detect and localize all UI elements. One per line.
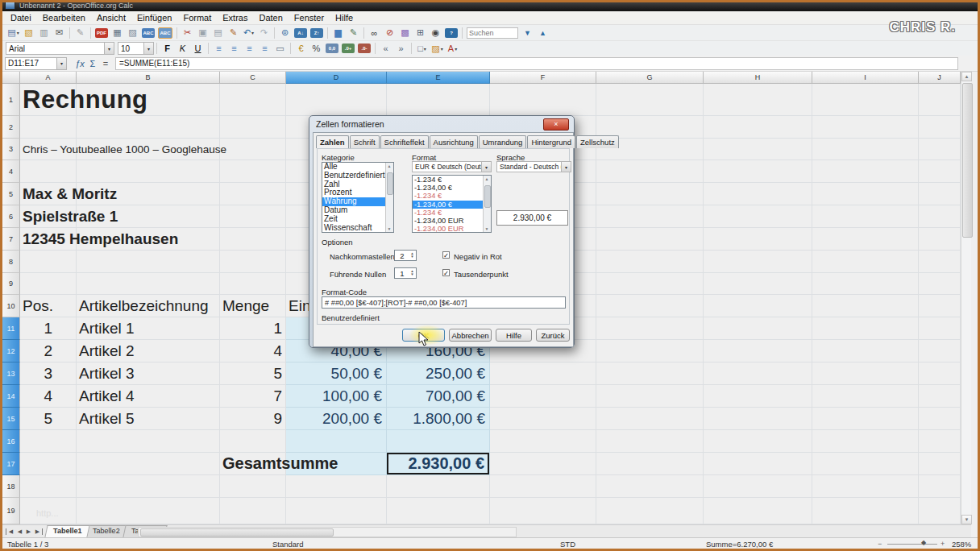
cell-D15[interactable]: 200,00 € [286, 408, 387, 430]
column-header-C[interactable]: C [220, 72, 286, 84]
cell-C6[interactable] [220, 205, 286, 228]
row-header-17[interactable]: 17 [2, 453, 20, 475]
cell-D13[interactable]: 50,00 € [286, 362, 387, 385]
column-header-B[interactable]: B [77, 72, 220, 84]
cell-H14[interactable] [704, 385, 812, 408]
cell-B16[interactable] [77, 430, 220, 453]
scroll-up-icon[interactable]: ▲ [484, 176, 490, 181]
font-name-combo[interactable]: Arial ▾ [6, 42, 114, 55]
dropdown-arrow-icon[interactable]: ▾ [104, 43, 114, 54]
cell-A4[interactable] [20, 160, 77, 183]
cell-H11[interactable] [704, 317, 812, 340]
align-right-icon[interactable]: ≡ [243, 42, 256, 55]
row-header-3[interactable]: 3 [2, 139, 20, 160]
cell-J7[interactable] [919, 228, 961, 251]
zoom-out-icon[interactable]: − [878, 540, 882, 548]
cell-B14[interactable]: Artikel 4 [77, 385, 220, 408]
cell-J14[interactable] [919, 385, 961, 408]
row-header-7[interactable]: 7 [2, 228, 20, 251]
cell-C9[interactable] [220, 273, 286, 295]
cell-B17[interactable] [77, 453, 220, 475]
cell-J18[interactable] [919, 475, 961, 498]
cell-C11[interactable]: 1 [220, 317, 286, 340]
row-header-18[interactable]: 18 [2, 475, 20, 498]
hyperlink-icon[interactable]: ⊚ [278, 27, 292, 39]
cell-H3[interactable] [704, 139, 812, 160]
scroll-thumb[interactable] [484, 185, 491, 208]
row-header-15[interactable]: 15 [2, 408, 20, 430]
cell-A12[interactable]: 2 [20, 340, 77, 362]
cell-I17[interactable] [812, 453, 919, 475]
cell-J8[interactable] [919, 251, 961, 273]
dropdown-arrow-icon[interactable]: ▾ [561, 162, 571, 172]
cell-H4[interactable] [704, 160, 812, 183]
negative-red-checkbox[interactable]: ✓ [442, 251, 450, 259]
cell-A7[interactable]: 12345 Hempelhausen [20, 228, 77, 251]
row-header-13[interactable]: 13 [2, 362, 20, 385]
delete-decimal-icon[interactable]: .0- [358, 44, 371, 53]
column-header-D[interactable]: D [286, 72, 387, 84]
cell-C14[interactable]: 7 [220, 385, 286, 408]
cell-F13[interactable] [490, 362, 596, 385]
cell-C12[interactable]: 4 [220, 340, 286, 362]
cell-G11[interactable] [596, 317, 704, 340]
cell-J3[interactable] [919, 139, 961, 160]
underline-button[interactable]: U [191, 42, 205, 55]
cell-A14[interactable]: 4 [20, 385, 77, 408]
cell-B2[interactable] [77, 116, 220, 139]
cell-H17[interactable] [704, 453, 812, 475]
cell-B9[interactable] [77, 273, 220, 295]
dropdown-arrow-icon[interactable]: ▾ [56, 58, 66, 69]
italic-button[interactable]: K [176, 42, 189, 55]
cancel-button[interactable]: Abbrechen [449, 329, 492, 342]
scroll-down-icon[interactable]: ▼ [386, 226, 392, 231]
bold-button[interactable]: F [160, 42, 174, 55]
format-item[interactable]: -1.234,00 EUR [413, 217, 484, 225]
page-preview-icon[interactable]: ▨ [126, 27, 139, 39]
menu-item-hilfe[interactable]: Hilfe [330, 12, 359, 23]
cell-G14[interactable] [596, 385, 704, 408]
cell-C4[interactable] [220, 160, 286, 183]
new-document-icon[interactable]: ▤▾ [6, 27, 20, 39]
cell-E19[interactable] [387, 498, 490, 524]
vertical-scroll-thumb[interactable] [962, 83, 973, 238]
cell-B12[interactable]: Artikel 2 [77, 340, 220, 362]
column-header-I[interactable]: I [812, 72, 919, 84]
list-scrollbar[interactable]: ▲ ▼ [385, 163, 393, 232]
cell-H10[interactable] [704, 295, 812, 317]
copy-icon[interactable]: ▣ [196, 27, 210, 39]
cell-I2[interactable] [812, 116, 919, 139]
export-pdf-icon[interactable]: PDF [95, 28, 108, 38]
row-header-8[interactable]: 8 [2, 251, 20, 273]
decimals-spinner[interactable]: 2 ▲ ▼ [394, 250, 417, 261]
sum-icon[interactable]: Σ [86, 58, 99, 69]
dropdown-arrow-icon[interactable]: ▾ [441, 46, 443, 52]
cell-F15[interactable] [490, 408, 596, 430]
cell-A6[interactable]: Spielstraße 1 [20, 205, 77, 228]
cell-H6[interactable] [704, 205, 812, 228]
open-folder-icon[interactable]: ▧ [22, 27, 35, 39]
cell-H5[interactable] [704, 183, 812, 205]
row-header-6[interactable]: 6 [2, 205, 20, 228]
merge-cells-icon[interactable]: ▭ [273, 42, 287, 55]
dropdown-arrow-icon[interactable]: ▾ [481, 162, 491, 172]
sheet-tab-tabelle2[interactable]: Tabelle2 [85, 525, 129, 537]
cell-J6[interactable] [919, 205, 961, 228]
first-sheet-icon[interactable]: ◀ [6, 528, 15, 535]
row-header-14[interactable]: 14 [2, 385, 20, 408]
cell-C7[interactable] [220, 228, 286, 251]
row-header-2[interactable]: 2 [2, 116, 20, 139]
thousands-separator-checkbox[interactable]: ✓ [442, 269, 450, 276]
cell-B10[interactable]: Artikelbezeichnung [77, 295, 220, 317]
cell-H15[interactable] [704, 408, 812, 430]
row-header-1[interactable]: 1 [2, 84, 20, 116]
cell-I14[interactable] [812, 385, 919, 408]
cell-J2[interactable] [919, 116, 961, 139]
dropdown-arrow-icon[interactable]: ▾ [455, 46, 457, 52]
cell-I7[interactable] [812, 228, 919, 251]
dialog-tab-schrifteffekt[interactable]: Schrifteffekt [380, 135, 429, 148]
help-button[interactable]: Hilfe [496, 329, 532, 342]
format-item[interactable]: -1.234,00 EUR [413, 225, 484, 233]
cell-J9[interactable] [919, 273, 961, 295]
cell-I3[interactable] [812, 139, 919, 160]
